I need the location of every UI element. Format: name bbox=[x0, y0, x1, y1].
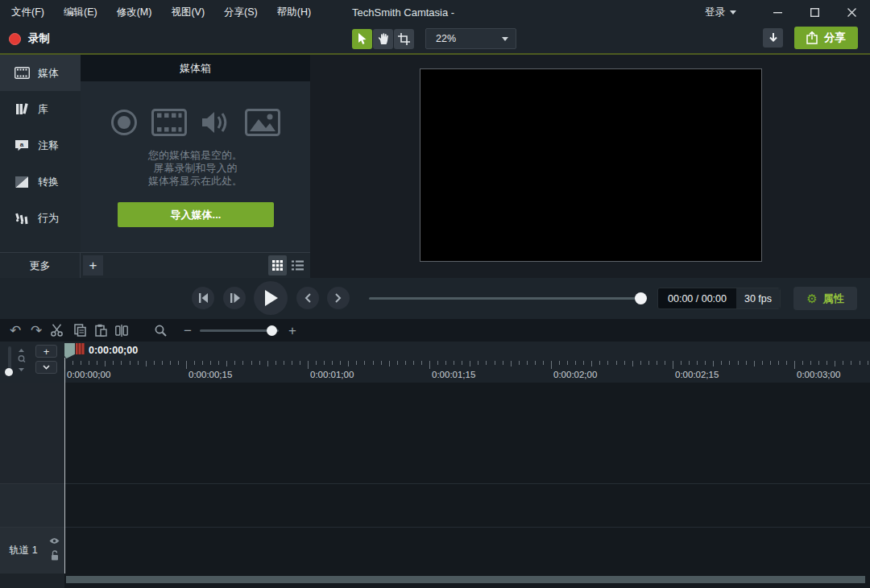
ruler-label: 0:00:02;15 bbox=[675, 370, 719, 379]
scrub-track bbox=[369, 297, 647, 300]
share-button[interactable]: 分享 bbox=[794, 27, 858, 49]
menu-share[interactable]: 分享(S) bbox=[224, 6, 258, 19]
time-display: 00:00 / 00:00 30 fps bbox=[657, 288, 781, 309]
cursor-icon bbox=[357, 33, 367, 45]
menu-help[interactable]: 帮助(H) bbox=[277, 6, 311, 19]
eye-icon[interactable] bbox=[49, 537, 60, 545]
menu-view[interactable]: 视图(V) bbox=[171, 6, 205, 19]
minimize-button[interactable] bbox=[759, 0, 796, 24]
chevron-down-icon bbox=[730, 10, 736, 14]
split-button[interactable] bbox=[113, 321, 130, 339]
add-track-button[interactable]: + bbox=[35, 345, 57, 358]
cut-button[interactable] bbox=[48, 321, 66, 339]
media-bin-empty-text: 您的媒体箱是空的。 屏幕录制和导入的 媒体将显示在此处。 bbox=[81, 149, 310, 188]
step-back-icon bbox=[198, 293, 209, 303]
preview-stage[interactable] bbox=[420, 68, 762, 262]
sidebar-item-annotations[interactable]: a 注释 bbox=[0, 127, 81, 164]
split-icon bbox=[115, 325, 128, 337]
add-tab-button[interactable]: + bbox=[83, 255, 103, 275]
selection-out-handle[interactable] bbox=[76, 343, 85, 354]
camtasia-window: 文件(F) 编辑(E) 修改(M) 视图(V) 分享(S) 帮助(H) Tech… bbox=[0, 0, 870, 588]
scrub-handle[interactable] bbox=[635, 292, 647, 304]
scissors-icon bbox=[51, 324, 64, 337]
sidebar-item-label: 转换 bbox=[38, 175, 59, 189]
track-height-slider[interactable] bbox=[8, 346, 11, 371]
list-view-button[interactable] bbox=[288, 255, 307, 275]
main-area: 媒体 库 a 注释 转换 bbox=[0, 55, 870, 278]
track1-label: 轨道 1 bbox=[0, 528, 47, 574]
fps-display[interactable]: 30 fps bbox=[736, 288, 780, 309]
hand-icon bbox=[378, 33, 389, 45]
import-media-button[interactable]: 导入媒体... bbox=[118, 202, 274, 227]
sign-in-menu[interactable]: 登录 bbox=[705, 6, 736, 19]
ruler-labels: 0:00:00;000:00:00;150:00:01;000:00:01;15… bbox=[64, 369, 870, 383]
timeline-zoom-handle[interactable] bbox=[267, 325, 277, 336]
maximize-button[interactable] bbox=[796, 0, 833, 24]
paste-button[interactable] bbox=[92, 321, 110, 339]
select-tool-button[interactable] bbox=[352, 29, 372, 49]
behaviors-icon bbox=[14, 212, 30, 225]
grid-view-icon bbox=[272, 260, 283, 271]
sidebar-item-library[interactable]: 库 bbox=[0, 91, 81, 127]
sidebar-item-media[interactable]: 媒体 bbox=[0, 55, 81, 91]
play-button[interactable] bbox=[254, 281, 288, 315]
maximize-icon bbox=[810, 8, 819, 17]
tracks-background[interactable] bbox=[64, 383, 870, 588]
share-icon bbox=[806, 31, 818, 44]
ruler-label: 0:00:00;00 bbox=[67, 370, 110, 379]
timeline-content[interactable]: 0:00:00;00 0:00:00;000:00:00;150:00:01;0… bbox=[64, 342, 870, 588]
menu-edit[interactable]: 编辑(E) bbox=[64, 6, 97, 19]
ruler-ticks bbox=[64, 361, 870, 369]
crop-tool-button[interactable] bbox=[394, 29, 414, 49]
jump-end-button[interactable] bbox=[327, 287, 350, 309]
record-circle-icon bbox=[110, 109, 138, 136]
sidebar-item-behaviors[interactable]: 行为 bbox=[0, 200, 81, 236]
properties-button[interactable]: ⚙ 属性 bbox=[793, 287, 857, 310]
copy-button[interactable] bbox=[71, 321, 89, 339]
close-icon bbox=[847, 8, 856, 17]
sidebar-item-transitions[interactable]: 转换 bbox=[0, 164, 81, 200]
horizontal-scrollbar[interactable] bbox=[66, 576, 865, 583]
sidebar-item-label: 注释 bbox=[38, 139, 59, 153]
download-button[interactable] bbox=[763, 28, 783, 48]
canvas-zoom-select[interactable]: 22% bbox=[425, 28, 516, 49]
ruler-label: 0:00:01;00 bbox=[310, 370, 354, 379]
menu-modify[interactable]: 修改(M) bbox=[117, 6, 152, 19]
media-bin-header: 媒体箱 bbox=[81, 55, 310, 81]
timeline-toolbar: ↶ ↷ − + bbox=[0, 319, 870, 342]
sidebar: 媒体 库 a 注释 转换 bbox=[0, 55, 81, 252]
step-back-button[interactable] bbox=[192, 287, 214, 309]
time-current-total: 00:00 / 00:00 bbox=[658, 293, 736, 304]
playhead-line[interactable] bbox=[64, 358, 65, 574]
audio-speaker-icon bbox=[201, 109, 231, 136]
undo-button[interactable]: ↶ bbox=[6, 321, 24, 339]
timeline-zoom-in-button[interactable]: + bbox=[284, 321, 301, 339]
sidebar-more-button[interactable]: 更多 bbox=[0, 253, 81, 279]
sign-in-label: 登录 bbox=[705, 6, 725, 19]
sidebar-item-label: 行为 bbox=[38, 211, 59, 226]
unlock-icon[interactable] bbox=[51, 550, 59, 561]
grid-view-button[interactable] bbox=[268, 255, 287, 275]
jump-start-button[interactable] bbox=[296, 287, 319, 309]
record-button[interactable]: 录制 bbox=[9, 24, 50, 53]
pan-tool-button[interactable] bbox=[373, 29, 393, 49]
scrub-slider[interactable] bbox=[369, 278, 647, 319]
ruler-playhead-row[interactable]: 0:00:00;00 bbox=[64, 342, 870, 361]
film-strip-icon bbox=[14, 67, 30, 79]
canvas-zoom-value: 22% bbox=[436, 33, 502, 44]
svg-text:a: a bbox=[20, 141, 24, 148]
download-arrow-icon bbox=[768, 33, 778, 43]
track-height-handle[interactable] bbox=[5, 368, 13, 376]
play-icon bbox=[263, 290, 278, 306]
step-forward-button[interactable] bbox=[223, 287, 246, 309]
menu-file[interactable]: 文件(F) bbox=[11, 6, 44, 19]
selection-in-handle[interactable] bbox=[64, 343, 75, 358]
redo-button[interactable]: ↷ bbox=[27, 321, 45, 339]
close-button[interactable] bbox=[833, 0, 870, 24]
collapse-tracks-button[interactable] bbox=[35, 361, 57, 374]
track1-header[interactable]: 轨道 1 bbox=[0, 527, 64, 574]
playhead-time: 0:00:00;00 bbox=[89, 345, 138, 356]
timeline-zoom-out-button[interactable]: − bbox=[179, 321, 197, 339]
step-forward-icon bbox=[230, 293, 240, 303]
track-zoom-icon bbox=[17, 349, 26, 371]
